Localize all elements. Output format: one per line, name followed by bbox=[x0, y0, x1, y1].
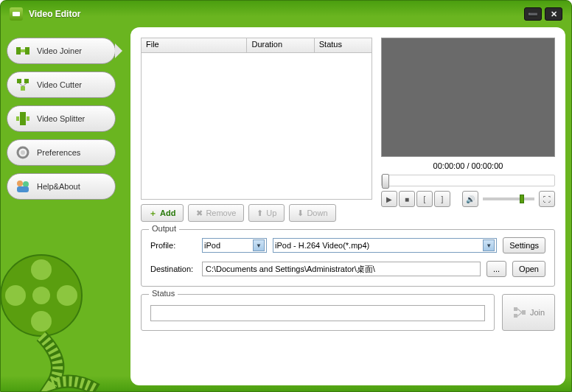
svg-rect-23 bbox=[514, 307, 517, 311]
arrow-up-icon: ⬆ bbox=[257, 209, 263, 218]
preview-time: 00:00:00 / 00:00:00 bbox=[381, 157, 555, 175]
up-button[interactable]: ⬆ Up bbox=[248, 204, 285, 222]
play-icon: ▶ bbox=[386, 195, 392, 203]
sidebar-item-help-about[interactable]: Help&About bbox=[7, 173, 116, 200]
volume-thumb[interactable] bbox=[520, 195, 524, 203]
sidebar-item-label: Video Splitter bbox=[37, 114, 85, 123]
minimize-button[interactable]: ➖ bbox=[524, 7, 542, 21]
sidebar-item-label: Preferences bbox=[37, 148, 80, 157]
file-table-header: File Duration Status bbox=[142, 38, 372, 53]
column-header-file[interactable]: File bbox=[142, 38, 247, 52]
sidebar-item-video-cutter[interactable]: Video Cutter bbox=[7, 71, 116, 98]
profile-category-select[interactable]: iPod ▼ bbox=[202, 238, 267, 253]
browse-button[interactable]: ... bbox=[486, 261, 506, 277]
main-panel: File Duration Status ＋ Add ✖ Remove bbox=[130, 27, 565, 385]
svg-point-18 bbox=[32, 287, 50, 304]
fullscreen-button[interactable]: ⛶ bbox=[539, 191, 555, 207]
svg-point-13 bbox=[21, 150, 25, 155]
svg-rect-10 bbox=[16, 116, 19, 121]
x-icon: ✖ bbox=[196, 209, 203, 218]
sidebar: Video Joiner Video Cutter Video Splitter… bbox=[7, 27, 125, 385]
profile-label: Profile: bbox=[150, 241, 196, 250]
svg-point-14 bbox=[17, 181, 23, 186]
play-button[interactable]: ▶ bbox=[381, 191, 397, 207]
file-list-area: File Duration Status ＋ Add ✖ Remove bbox=[141, 38, 372, 222]
chevron-down-icon: ▼ bbox=[483, 239, 495, 251]
preview-screen bbox=[381, 38, 555, 157]
status-bar bbox=[150, 305, 485, 321]
add-button[interactable]: ＋ Add bbox=[141, 204, 184, 222]
volume-slider[interactable] bbox=[483, 197, 534, 200]
people-icon bbox=[15, 178, 31, 195]
seek-thumb[interactable] bbox=[382, 174, 389, 189]
stop-button[interactable]: ■ bbox=[399, 191, 415, 207]
mark-in-button[interactable]: [ bbox=[416, 191, 433, 207]
destination-input[interactable] bbox=[202, 262, 481, 276]
sidebar-item-video-joiner[interactable]: Video Joiner bbox=[7, 38, 116, 64]
svg-rect-24 bbox=[514, 314, 517, 318]
chevron-down-icon: ▼ bbox=[253, 239, 265, 251]
preview-area: 00:00:00 / 00:00:00 ▶ ■ [ ] 🔊 bbox=[381, 38, 555, 222]
titlebar: Video Editor ➖ ✕ bbox=[1, 1, 571, 27]
cutter-icon bbox=[15, 77, 31, 93]
fullscreen-icon: ⛶ bbox=[543, 195, 551, 203]
svg-rect-0 bbox=[13, 12, 20, 16]
close-button[interactable]: ✕ bbox=[545, 7, 562, 21]
svg-rect-16 bbox=[17, 186, 29, 192]
status-legend: Status bbox=[149, 289, 178, 298]
svg-rect-4 bbox=[17, 79, 21, 83]
joiner-icon bbox=[15, 43, 31, 59]
seek-slider[interactable] bbox=[381, 175, 555, 186]
mark-out-button[interactable]: ] bbox=[434, 191, 450, 207]
remove-button[interactable]: ✖ Remove bbox=[188, 204, 244, 222]
settings-button[interactable]: Settings bbox=[503, 237, 545, 253]
sidebar-item-label: Help&About bbox=[37, 182, 80, 191]
svg-rect-25 bbox=[522, 310, 526, 315]
speaker-icon: 🔊 bbox=[466, 195, 475, 203]
film-reel-decoration bbox=[1, 229, 126, 391]
profile-format-select[interactable]: iPod - H.264 Video(*.mp4) ▼ bbox=[273, 238, 497, 253]
app-window: Video Editor ➖ ✕ Video Joiner Video Cutt… bbox=[0, 0, 572, 392]
svg-rect-11 bbox=[27, 116, 29, 121]
svg-rect-6 bbox=[21, 86, 25, 91]
svg-point-15 bbox=[23, 181, 29, 187]
sidebar-item-label: Video Joiner bbox=[37, 46, 82, 55]
svg-point-20 bbox=[57, 285, 77, 306]
open-button[interactable]: Open bbox=[512, 261, 545, 277]
svg-line-8 bbox=[23, 83, 27, 86]
svg-rect-5 bbox=[24, 79, 29, 83]
svg-point-19 bbox=[31, 259, 52, 280]
svg-rect-2 bbox=[25, 47, 29, 55]
join-button[interactable]: Join bbox=[502, 294, 555, 331]
svg-line-7 bbox=[19, 83, 23, 86]
bracket-close-icon: ] bbox=[442, 195, 444, 203]
status-group: Status bbox=[141, 294, 495, 331]
mute-button[interactable]: 🔊 bbox=[462, 191, 478, 207]
svg-point-17 bbox=[1, 255, 82, 336]
destination-label: Destination: bbox=[150, 265, 196, 273]
column-header-duration[interactable]: Duration bbox=[247, 38, 314, 52]
svg-rect-9 bbox=[20, 112, 26, 125]
app-icon bbox=[10, 7, 23, 21]
file-table[interactable]: File Duration Status bbox=[141, 38, 372, 200]
bracket-open-icon: [ bbox=[424, 195, 426, 203]
arrow-down-icon: ⬇ bbox=[297, 209, 304, 218]
join-icon bbox=[512, 305, 527, 320]
sidebar-item-preferences[interactable]: Preferences bbox=[7, 139, 116, 166]
svg-point-22 bbox=[5, 285, 26, 306]
sidebar-item-video-splitter[interactable]: Video Splitter bbox=[7, 105, 116, 132]
svg-point-21 bbox=[31, 311, 52, 332]
window-title: Video Editor bbox=[29, 9, 80, 19]
gear-icon bbox=[15, 144, 31, 161]
stop-icon: ■ bbox=[405, 195, 409, 203]
output-group: Output Profile: iPod ▼ iPod - H.264 Vide… bbox=[141, 229, 555, 287]
plus-icon: ＋ bbox=[149, 208, 157, 219]
column-header-status[interactable]: Status bbox=[315, 38, 372, 52]
down-button[interactable]: ⬇ Down bbox=[289, 204, 335, 222]
sidebar-item-label: Video Cutter bbox=[37, 80, 82, 89]
svg-rect-3 bbox=[21, 49, 25, 52]
svg-rect-1 bbox=[16, 47, 21, 55]
output-legend: Output bbox=[149, 224, 179, 233]
splitter-icon bbox=[15, 111, 31, 127]
